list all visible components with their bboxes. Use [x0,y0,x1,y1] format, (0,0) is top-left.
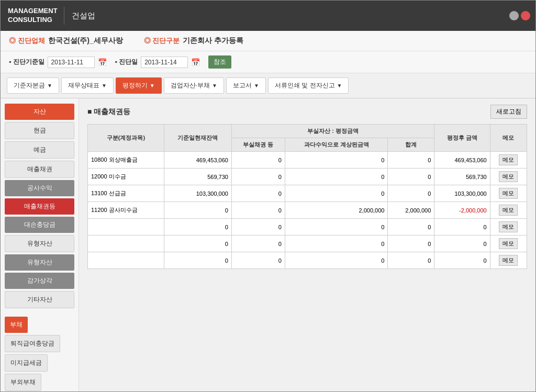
table-cell-row6-col5: 0 [434,252,490,269]
table-cell-row5-col2: 0 [231,236,285,252]
table-row: 10800 외상매출금469,453,060000469,453,060메모 [88,152,527,169]
table-cell-row1-col3: 0 [285,169,388,185]
table-cell-row4-col0 [88,219,164,236]
sidebar-depreciation[interactable]: 감가상각 [5,273,74,289]
table-cell-row4-col4: 0 [388,219,434,236]
span-header: 부실자산 : 평정금액 [231,125,434,138]
tab-bar: 기준자본금 ▼ 재무상태표 ▼ 평정하기 ▼ 검업자산·부채 ▼ 보고서 ▼ 서… [1,73,535,98]
table-row: 11200 공사미수금002,000,0002,000,000-2,000,00… [88,202,527,219]
sidebar-off-balance[interactable]: 부외부채 [5,374,41,391]
sidebar-tax-payable[interactable]: 미지급세금 [5,354,48,372]
division-value: 기존회사 추가등록 [183,36,243,46]
memo-cell-row0: 메모 [490,152,527,169]
sidebar-deposit[interactable]: 예금 [5,141,74,159]
sidebar: 자산 현금 예금 매출채권 공사수익 매출채권등 대손충당금 유형자산 유형자산… [1,98,79,391]
table-row: 00000메모 [88,236,527,252]
table-cell-row1-col5: 569,730 [434,169,490,185]
sidebar-tangible[interactable]: 유형자산 [5,235,74,252]
table-cell-row0-col0: 10800 외상매출금 [88,152,164,169]
table-cell-row0-col3: 0 [285,152,388,169]
memo-cell-row1: 메모 [490,169,527,185]
table-cell-row3-col1: 0 [164,202,231,219]
diag-date-input[interactable] [141,57,188,68]
memo-cell-row5: 메모 [490,236,527,252]
table-cell-row4-col1: 0 [164,219,231,236]
sidebar-assets[interactable]: 자산 [5,104,74,120]
tab-rating[interactable]: 평정하기 ▼ [116,77,162,94]
table-cell-row4-col3: 0 [285,219,388,236]
close-button[interactable] [521,11,530,20]
memo-button-row0[interactable]: 메모 [499,154,518,165]
table-cell-row2-col4: 0 [388,185,434,202]
reference-button[interactable]: 참조 [208,55,231,69]
app-subtitle: 건설업 [64,11,95,21]
col-header-total: 합계 [388,138,434,152]
memo-button-row4[interactable]: 메모 [499,221,518,232]
memo-cell-row2: 메모 [490,185,527,202]
diag-date-label: ▪ 진단일 [115,58,138,66]
tab-rating-arrow: ▼ [150,83,155,88]
info-bar: ◎ 진단업체 한국건설(주)_세무사랑 ◎ 진단구분 기존회사 추가등록 [1,31,535,51]
data-table: 구분(계정과목) 기준일현재잔액 부실자산 : 평정금액 평정후 금액 메모 부… [87,124,527,269]
division-info: ◎ 진단구분 기존회사 추가등록 [144,36,244,46]
table-cell-row2-col3: 0 [285,185,388,202]
table-cell-row1-col4: 0 [388,169,434,185]
memo-button-row6[interactable]: 메모 [499,255,518,266]
table-cell-row3-col5: -2,000,000 [434,202,490,219]
tab-assets[interactable]: 검업자산·부채 ▼ [164,77,224,94]
content-header: 매출채권등 새로고침 [87,105,527,119]
col-header-memo: 메모 [490,125,527,152]
table-row: 13100 선급금103,300,000000103,300,000메모 [88,185,527,202]
table-cell-row4-col5: 0 [434,219,490,236]
minimize-button[interactable] [509,11,519,20]
sidebar-debt-section: 부채 퇴직급여충당금 미지급세금 부외부채 기타부채 [5,317,74,391]
memo-cell-row3: 메모 [490,202,527,219]
sidebar-receivable[interactable]: 매출채권 [5,161,74,178]
base-date-input[interactable] [48,57,95,68]
table-cell-row2-col2: 0 [231,185,285,202]
sidebar-receivable-etc[interactable]: 매출채권등 [5,198,74,215]
table-cell-row3-col3: 2,000,000 [285,202,388,219]
table-cell-row6-col3: 0 [285,252,388,269]
diag-date-calendar-icon[interactable]: 📅 [191,58,200,66]
table-cell-row6-col1: 0 [164,252,231,269]
base-date-calendar-icon[interactable]: 📅 [98,58,107,66]
table-cell-row2-col0: 13100 선급금 [88,185,164,202]
sidebar-construction-revenue[interactable]: 공사수익 [5,180,74,196]
tab-capital-arrow: ▼ [47,83,52,88]
sidebar-tangible2[interactable]: 유형자산 [5,254,74,271]
table-cell-row0-col1: 469,453,060 [164,152,231,169]
table-cell-row5-col4: 0 [388,236,434,252]
table-cell-row5-col0 [88,236,164,252]
company-value: 한국건설(주)_세무사랑 [48,36,123,46]
table-cell-row4-col2: 0 [231,219,285,236]
tab-report[interactable]: 보고서 ▼ [226,77,266,94]
table-cell-row0-col2: 0 [231,152,285,169]
table-cell-row6-col4: 0 [388,252,434,269]
sidebar-cash[interactable]: 현금 [5,122,74,139]
refresh-button[interactable]: 새로고침 [490,105,527,119]
table-cell-row0-col4: 0 [388,152,434,169]
content-title: 매출채권등 [87,107,130,117]
table-cell-row1-col1: 569,730 [164,169,231,185]
sidebar-debt[interactable]: 부채 [5,317,28,333]
tab-capital[interactable]: 기준자본금 ▼ [7,77,59,94]
table-cell-row2-col5: 103,300,000 [434,185,490,202]
sidebar-retirement[interactable]: 퇴직급여충당금 [5,335,60,352]
col-header-balance: 기준일현재잔액 [164,125,231,152]
app-logo: MANAGEMENT CONSULTING [6,7,64,25]
sidebar-other-assets[interactable]: 기타자산 [5,291,74,308]
memo-button-row3[interactable]: 메모 [499,205,518,216]
tab-financial[interactable]: 재무상태표 ▼ [61,77,114,94]
table-row: 12000 미수금569,730000569,730메모 [88,169,527,185]
memo-button-row5[interactable]: 메모 [499,238,518,249]
table-cell-row6-col0 [88,252,164,269]
memo-button-row1[interactable]: 메모 [499,171,518,182]
col-header-excess: 과다수익으로 계상된금액 [285,138,388,152]
sidebar-allowance[interactable]: 대손충당금 [5,217,74,233]
memo-button-row2[interactable]: 메모 [499,188,518,199]
tab-docs-arrow: ▼ [337,83,342,88]
tab-docs[interactable]: 서류인쇄 및 전자신고 ▼ [268,77,349,94]
division-label: ◎ 진단구분 [144,36,180,46]
base-date-group: ▪ 진단기준일 📅 [9,57,107,68]
